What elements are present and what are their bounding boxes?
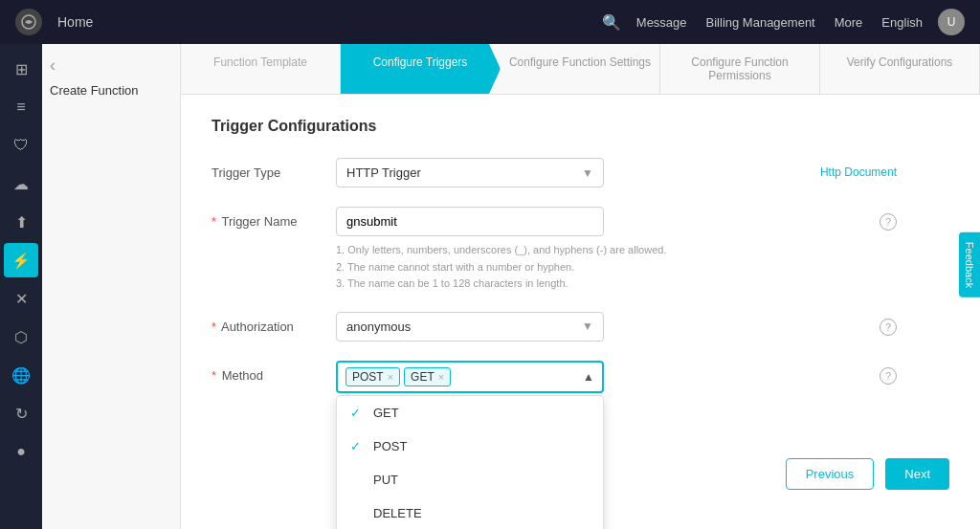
language-link[interactable]: English: [881, 15, 923, 30]
sidebar-icon-tools[interactable]: ✕: [4, 281, 38, 316]
nav-links: Message Billing Management More English: [636, 15, 923, 30]
method-tags-input[interactable]: POST × GET × ▲: [336, 361, 604, 393]
authorization-row: * Authorization anonymous ▼ ?: [212, 312, 897, 342]
sidebar-icon-globe[interactable]: 🌐: [4, 358, 38, 392]
main-content: Function Template Configure Triggers Con…: [181, 44, 980, 529]
sidebar-icon-cloud[interactable]: ☁: [4, 166, 38, 201]
method-label: * Method: [212, 361, 336, 383]
form-area: Trigger Configurations Trigger Type HTTP…: [181, 95, 927, 435]
message-link[interactable]: Message: [636, 15, 687, 30]
trigger-type-label: Trigger Type: [212, 158, 336, 180]
sidebar-icon-refresh[interactable]: ↻: [4, 396, 38, 430]
http-doc-link[interactable]: Http Document: [820, 165, 897, 179]
check-post: ✓: [350, 439, 366, 453]
logo[interactable]: [15, 9, 42, 35]
authorization-label: * Authorization: [212, 312, 336, 334]
section-title: Trigger Configurations: [212, 118, 897, 135]
sidebar-icon-grid[interactable]: ⊞: [4, 52, 38, 86]
trigger-name-help[interactable]: ?: [880, 213, 897, 231]
method-arrow: ▲: [583, 370, 594, 384]
trigger-name-hints: 1. Only letters, numbers, underscores (_…: [336, 242, 872, 293]
tag-get: GET ×: [404, 367, 451, 386]
method-dropdown: ✓ GET ✓ POST ✓ PUT: [336, 395, 604, 529]
sidebar-icon-circle[interactable]: ●: [4, 434, 38, 469]
remove-get-tag[interactable]: ×: [438, 371, 444, 383]
sidebar-icon-network[interactable]: ⬡: [4, 320, 38, 354]
check-get: ✓: [350, 406, 366, 420]
authorization-select[interactable]: anonymous ▼: [336, 312, 604, 342]
next-button[interactable]: Next: [885, 458, 949, 490]
back-button[interactable]: ‹: [50, 55, 172, 76]
trigger-type-select[interactable]: HTTP Trigger ▼: [336, 158, 604, 187]
step-function-settings[interactable]: Configure Function Settings: [501, 44, 660, 94]
previous-button[interactable]: Previous: [786, 458, 875, 490]
trigger-type-row: Trigger Type HTTP Trigger ▼ Http Documen…: [212, 158, 897, 187]
feedback-tab[interactable]: Feedback: [959, 231, 980, 297]
trigger-name-label: * Trigger Name: [212, 207, 336, 229]
sidebar-icon-function[interactable]: ⚡: [4, 243, 38, 277]
auth-arrow: ▼: [582, 320, 593, 333]
method-row: * Method POST × GET × ▲: [212, 361, 897, 393]
search-icon[interactable]: 🔍: [602, 13, 621, 32]
step-configure-triggers[interactable]: Configure Triggers: [341, 44, 501, 94]
authorization-control: anonymous ▼: [336, 312, 872, 342]
sidebar-icon-shield[interactable]: 🛡: [4, 128, 38, 163]
step-function-permissions[interactable]: Configure Function Permissions: [660, 44, 820, 94]
option-post[interactable]: ✓ POST: [337, 430, 603, 463]
option-put[interactable]: ✓ PUT: [337, 463, 603, 496]
option-get[interactable]: ✓ GET: [337, 396, 603, 430]
billing-link[interactable]: Billing Management: [706, 15, 815, 30]
sidebar: ⊞ ≡ 🛡 ☁ ⬆ ⚡ ✕ ⬡ 🌐 ↻ ●: [0, 44, 42, 529]
remove-post-tag[interactable]: ×: [388, 371, 393, 383]
authorization-help[interactable]: ?: [880, 319, 897, 336]
trigger-type-control: HTTP Trigger ▼: [336, 158, 813, 187]
trigger-name-row: * Trigger Name 1. Only letters, numbers,…: [212, 207, 897, 293]
step-verify-configurations[interactable]: Verify Configurations: [820, 44, 980, 94]
trigger-name-control: 1. Only letters, numbers, underscores (_…: [336, 207, 872, 293]
top-nav: Home 🔍 Message Billing Management More E…: [0, 0, 980, 44]
required-mark-method: *: [212, 368, 216, 383]
required-mark: *: [212, 214, 216, 229]
required-mark-auth: *: [212, 320, 216, 334]
more-link[interactable]: More: [835, 15, 863, 30]
trigger-type-arrow: ▼: [582, 166, 593, 180]
method-control: POST × GET × ▲ ✓: [336, 361, 872, 393]
option-delete[interactable]: ✓ DELETE: [337, 496, 603, 529]
method-help[interactable]: ?: [880, 367, 897, 385]
step-nav: Function Template Configure Triggers Con…: [181, 44, 980, 95]
sidebar-icon-list[interactable]: ≡: [4, 90, 38, 124]
tag-post: POST ×: [345, 367, 400, 386]
avatar[interactable]: U: [938, 9, 965, 35]
trigger-name-input[interactable]: [336, 207, 604, 236]
left-panel: ‹ Create Function: [42, 44, 181, 529]
create-function-title: Create Function: [50, 83, 172, 98]
home-link[interactable]: Home: [57, 14, 93, 30]
sidebar-icon-upload[interactable]: ⬆: [4, 205, 38, 239]
step-function-template[interactable]: Function Template: [181, 44, 341, 94]
